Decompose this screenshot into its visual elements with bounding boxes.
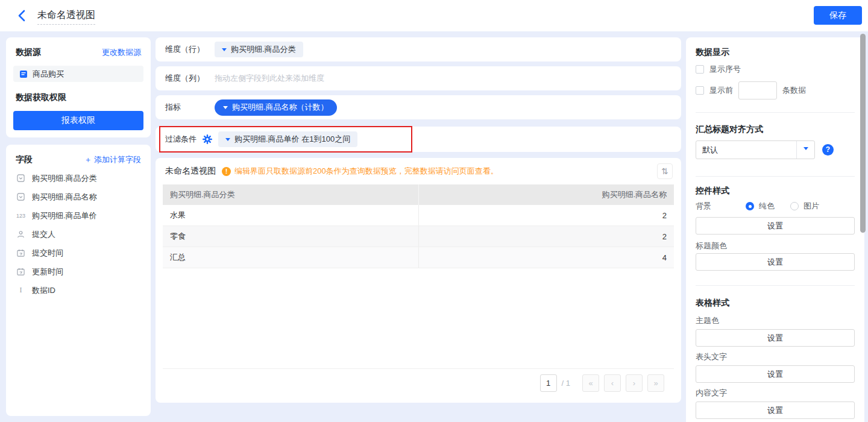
table-header-category: 购买明细.商品分类 [163,184,419,205]
cell-category: 零食 [163,226,419,247]
table-style-title: 表格样式 [696,298,729,309]
field-label: 提交时间 [32,248,63,259]
table-row-summary: 汇总 4 [163,247,674,268]
chevron-down-icon [225,138,230,143]
datasource-item-label: 商品购买 [33,69,64,80]
select-field-icon [16,193,26,201]
first-page-button[interactable]: « [582,374,599,392]
fields-panel: 字段 ＋ 添加计算字段 购买明细.商品分类 购买明细.商品名称 123 购买明细… [6,145,151,416]
cell-count: 2 [419,232,675,241]
top-bar: 未命名透视图 保存 [0,0,868,31]
calendar-icon [16,249,26,257]
field-label: 提交人 [32,229,55,240]
datasource-title: 数据源 [16,47,41,58]
field-item-product-name[interactable]: 购买明细.商品名称 [6,187,151,206]
filter-label: 过滤条件 [165,134,203,145]
content-text-label: 内容文字 [696,388,727,398]
title-color-setting-button[interactable]: 设置 [696,253,855,271]
page-total-label: / 1 [562,379,570,388]
show-index-label: 显示序号 [709,64,741,75]
permission-title: 数据获取权限 [6,82,151,103]
warning-icon: ! [222,167,231,176]
cell-category: 汇总 [163,247,419,268]
summary-align-value: 默认 [696,145,796,156]
table-header-count: 购买明细.商品名称 [419,189,675,200]
datasource-panel: 数据源 更改数据源 商品购买 数据获取权限 报表权限 [6,37,151,137]
chevron-down-icon [223,106,228,112]
text-field-icon: I [16,286,26,295]
field-label: 更新时间 [32,266,63,277]
summary-align-title: 汇总标题对齐方式 [696,124,763,135]
calendar-icon [16,268,26,276]
page-title[interactable]: 未命名透视图 [37,9,95,25]
header-text-setting-button[interactable]: 设置 [696,365,855,383]
field-label: 数据ID [32,285,55,296]
pivot-table: 购买明细.商品分类 购买明细.商品名称 水果 2 零食 2 汇总 4 [163,184,674,369]
background-setting-button[interactable]: 设置 [696,217,855,235]
field-label: 购买明细.商品单价 [32,210,97,221]
solid-color-radio[interactable] [746,202,754,210]
show-index-checkbox[interactable] [696,65,704,74]
show-index-option: 显示序号 [696,64,741,75]
column-dimension-row: 维度（列） 拖动左侧字段到此处来添加维度 [156,66,681,90]
preview-warning: ! 编辑界面只取数据源前200条作为查询数据预览，完整数据请访问页面查看。 [222,166,498,177]
solid-color-label: 纯色 [759,201,775,212]
number-field-icon: 123 [16,213,26,219]
table-row: 水果 2 [163,205,674,226]
filter-row: 过滤条件 购买明细.商品单价 在1到100之间 [156,127,681,152]
help-icon[interactable]: ? [822,144,834,156]
background-option-row: 背景 纯色 图片 [696,201,855,212]
user-icon [16,230,26,238]
table-row: 零食 2 [163,226,674,247]
row-dimension-tag[interactable]: 购买明细.商品分类 [215,42,303,57]
cell-count: 4 [419,253,675,262]
show-first-option: 显示前 条数据 [696,81,806,99]
gear-icon[interactable] [203,134,212,144]
field-label: 购买明细.商品分类 [32,173,97,184]
field-item-submit-time[interactable]: 提交时间 [6,244,151,262]
divider [696,176,855,177]
sort-icon[interactable]: ⇅ [657,163,673,179]
image-radio[interactable] [790,202,799,210]
metric-label: 指标 [165,102,215,113]
change-datasource-link[interactable]: 更改数据源 [102,47,141,58]
vertical-scrollbar[interactable] [860,34,866,233]
add-calc-field-link[interactable]: ＋ 添加计算字段 [84,154,141,165]
show-first-label: 显示前 [709,85,733,96]
metric-tag[interactable]: 购买明细.商品名称（计数） [215,99,337,116]
filter-condition-tag[interactable]: 购买明细.商品单价 在1到100之间 [218,131,357,147]
field-item-product-category[interactable]: 购买明细.商品分类 [6,169,151,187]
title-color-label: 标题颜色 [696,241,727,251]
cell-count: 2 [419,211,675,220]
row-dimension-row: 维度（行） 购买明细.商品分类 [156,37,681,61]
field-item-submitter[interactable]: 提交人 [6,225,151,244]
pagination: / 1 « ‹ › » [163,369,674,397]
image-label: 图片 [804,201,819,212]
row-dimension-label: 维度（行） [165,44,215,55]
save-button[interactable]: 保存 [814,6,862,25]
next-page-button[interactable]: › [626,374,643,392]
datasource-item[interactable]: 商品购买 [13,66,143,82]
content-text-setting-button[interactable]: 设置 [696,402,855,419]
summary-align-select[interactable]: 默认 [696,140,815,159]
back-icon[interactable] [16,9,29,22]
field-item-data-id[interactable]: I 数据ID [6,281,151,300]
form-document-icon [19,70,28,78]
page-number-input[interactable] [540,374,557,392]
filter-condition-tag-label: 购买明细.商品单价 在1到100之间 [234,134,350,145]
data-display-title: 数据显示 [696,47,729,58]
column-dimension-placeholder[interactable]: 拖动左侧字段到此处来添加维度 [215,73,324,84]
prev-page-button[interactable]: ‹ [604,374,621,392]
chevron-down-icon [796,141,814,159]
field-item-update-time[interactable]: 更新时间 [6,262,151,281]
row-dimension-tag-label: 购买明细.商品分类 [231,44,296,55]
background-label: 背景 [696,201,746,212]
show-first-checkbox[interactable] [696,86,704,95]
metric-row: 指标 购买明细.商品名称（计数） [156,95,681,119]
theme-color-setting-button[interactable]: 设置 [696,329,855,347]
control-style-title: 控件样式 [696,186,729,197]
row-limit-input[interactable] [738,81,777,99]
report-permission-button[interactable]: 报表权限 [13,111,143,130]
field-item-product-price[interactable]: 123 购买明细.商品单价 [6,206,151,225]
last-page-button[interactable]: » [647,374,664,392]
